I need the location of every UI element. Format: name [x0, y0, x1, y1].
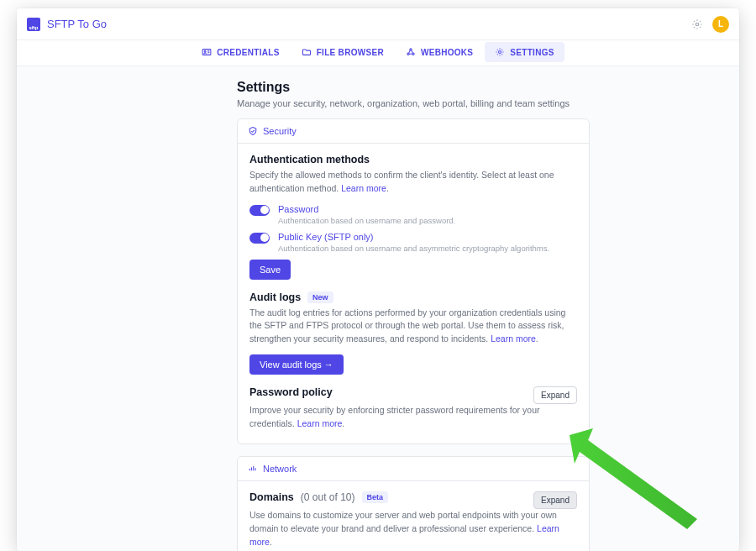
view-audit-logs-button[interactable]: View audit logs →	[249, 354, 344, 375]
panel-header-label: Network	[263, 464, 297, 474]
auth-methods-desc: Specify the allowed methods to confirm t…	[249, 169, 577, 196]
page-title: Settings	[237, 80, 590, 95]
toggle-public-key[interactable]	[249, 233, 270, 244]
content-area: Settings Manage your security, network, …	[17, 66, 739, 551]
svg-point-2	[204, 50, 206, 52]
gear-icon[interactable]	[690, 18, 704, 31]
badge-beta: Beta	[362, 491, 389, 503]
tab-file-browser[interactable]: FILE BROWSER	[291, 42, 394, 62]
domains-title: Domains (0 out of 10) Beta	[249, 491, 527, 503]
panel-header-label: Security	[263, 126, 297, 136]
learn-more-link[interactable]: Learn more	[491, 333, 536, 344]
toggle-password-row: Password Authentication based on usernam…	[249, 204, 577, 225]
tab-credentials[interactable]: CREDENTIALS	[192, 42, 289, 62]
shield-icon	[248, 126, 258, 136]
svg-point-5	[412, 53, 414, 55]
toggle-password-label[interactable]: Password	[278, 204, 577, 214]
toggle-password-sub: Authentication based on username and pas…	[278, 216, 577, 225]
badge-new: New	[307, 291, 333, 303]
audit-logs-title: Audit logs New	[249, 291, 577, 303]
toggle-public-key-sub: Authentication based on username and asy…	[278, 244, 577, 253]
panel-security: Security Authentication methods Specify …	[237, 118, 590, 444]
password-policy-title: Password policy	[249, 386, 527, 398]
auth-methods-title: Authentication methods	[249, 154, 577, 165]
network-icon	[248, 464, 258, 474]
tab-settings[interactable]: SETTINGS	[485, 42, 564, 62]
webhook-icon	[406, 47, 416, 57]
brand-name[interactable]: SFTP To Go	[47, 18, 107, 30]
password-policy-desc: Improve your security by enforcing stric…	[249, 404, 577, 431]
folder-icon	[302, 47, 312, 57]
svg-point-0	[696, 23, 699, 26]
app-shell: sftp SFTP To Go L CREDENTIALS FILE BROWS…	[17, 8, 739, 551]
audit-logs-desc: The audit log entries for actions perfor…	[249, 307, 577, 346]
id-card-icon	[202, 47, 212, 57]
tab-label: CREDENTIALS	[217, 48, 279, 57]
learn-more-link[interactable]: Learn more	[341, 183, 386, 193]
tab-webhooks[interactable]: WEBHOOKS	[396, 42, 483, 62]
save-button[interactable]: Save	[249, 260, 291, 280]
learn-more-link[interactable]: Learn more	[297, 418, 343, 428]
toggle-public-key-row: Public Key (SFTP only) Authentication ba…	[249, 232, 577, 253]
tab-label: FILE BROWSER	[317, 48, 384, 57]
expand-domains-button[interactable]: Expand	[533, 491, 577, 509]
svg-point-4	[407, 53, 409, 55]
tab-label: WEBHOOKS	[421, 48, 473, 57]
page-subtitle: Manage your security, network, organizat…	[237, 98, 590, 108]
avatar[interactable]: L	[712, 16, 729, 33]
toggle-public-key-label[interactable]: Public Key (SFTP only)	[278, 232, 577, 242]
domains-desc: Use domains to customize your server and…	[249, 509, 577, 548]
panel-network: Network Domains (0 out of 10) Beta Expan…	[237, 456, 590, 551]
top-bar: sftp SFTP To Go L	[17, 8, 739, 40]
panel-header-security: Security	[238, 119, 589, 144]
expand-password-policy-button[interactable]: Expand	[533, 386, 577, 404]
tab-label: SETTINGS	[510, 48, 554, 57]
panel-header-network: Network	[238, 457, 589, 481]
domains-count: (0 out of 10)	[301, 491, 355, 503]
tabs-bar: CREDENTIALS FILE BROWSER WEBHOOKS SETTIN…	[17, 40, 739, 66]
svg-rect-1	[202, 50, 211, 55]
svg-point-6	[499, 51, 501, 54]
settings-icon	[495, 47, 505, 57]
toggle-password[interactable]	[249, 205, 270, 216]
brand-logo-icon: sftp	[27, 18, 40, 31]
